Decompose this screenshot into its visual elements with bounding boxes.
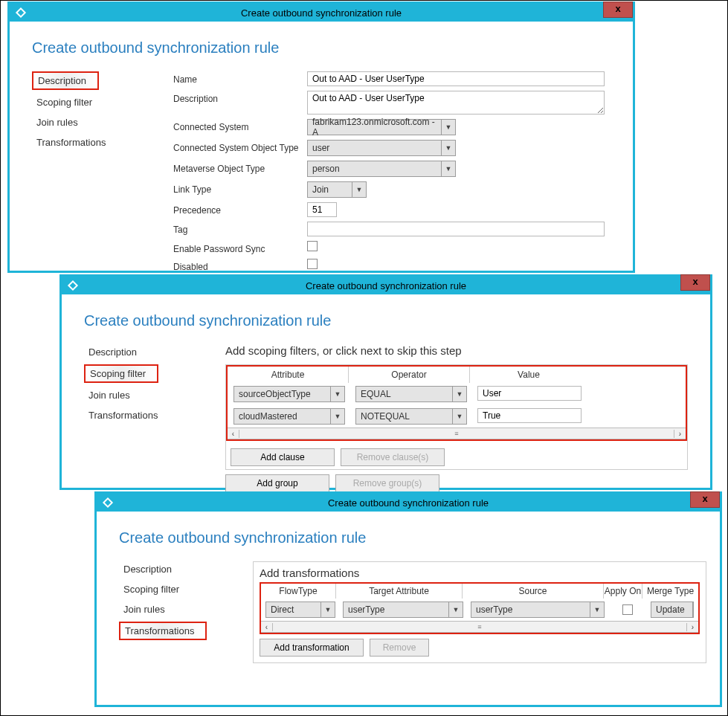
sidebar-item-label: Join rules [36, 117, 78, 128]
scroll-right-icon[interactable]: › [686, 623, 698, 631]
input-value[interactable] [477, 386, 582, 401]
dropdown-flowtype[interactable]: Direct▼ [265, 601, 335, 618]
dropdown-target-attr[interactable]: userType▼ [343, 601, 463, 618]
dropdown-text: userType [344, 602, 449, 617]
label-cs-obj-type: Connected System Object Type [173, 140, 307, 153]
sidebar-item-join[interactable]: Join rules [119, 601, 231, 617]
col-source: Source [462, 584, 603, 599]
sidebar: Description Scoping filter Join rules Tr… [119, 561, 231, 663]
filter-row: sourceObjectType▼ EQUAL▼ [228, 383, 686, 405]
horizontal-scrollbar[interactable]: ‹ ≡ › [261, 621, 698, 633]
dropdown-text: NOTEQUAL [356, 409, 453, 424]
add-transformation-button[interactable]: Add transformation [260, 639, 364, 657]
sidebar-item-transformations[interactable]: Transformations [84, 407, 196, 423]
dropdown-operator[interactable]: NOTEQUAL▼ [355, 408, 467, 425]
sidebar-item-transformations[interactable]: Transformations [119, 622, 207, 640]
checkbox-apply-once[interactable] [622, 604, 633, 615]
sidebar-item-label: Join rules [88, 390, 130, 401]
sidebar: Description Scoping filter Join rules Tr… [84, 344, 196, 492]
description-form: Name Description Connected System fabrik… [173, 71, 611, 277]
scroll-left-icon[interactable]: ‹ [228, 430, 239, 438]
titlebar[interactable]: Create outbound synchronization rule x [62, 277, 710, 294]
window-description: Create outbound synchronization rule x C… [7, 1, 635, 273]
window-transformations: Create outbound synchronization rule x C… [94, 491, 722, 707]
remove-clause-button[interactable]: Remove clause(s) [341, 448, 445, 466]
window-title: Create outbound synchronization rule [97, 497, 720, 509]
dropdown-source[interactable]: userType▼ [471, 601, 605, 618]
filter-row: cloudMastered▼ NOTEQUAL▼ [228, 405, 686, 428]
dropdown-attribute[interactable]: sourceObjectType▼ [233, 386, 345, 402]
page-title: Create outbound synchronization rule [84, 312, 688, 329]
input-precedence[interactable] [307, 202, 337, 217]
sidebar-item-join[interactable]: Join rules [32, 115, 144, 130]
dropdown-text: userType [471, 602, 590, 617]
dropdown-attribute[interactable]: cloudMastered▼ [233, 408, 345, 425]
scroll-left-icon[interactable]: ‹ [261, 623, 273, 631]
scroll-track[interactable]: ≡ [239, 430, 674, 437]
sidebar-item-scoping[interactable]: Scoping filter [84, 364, 158, 383]
dropdown-cs-obj-type[interactable]: user ▼ [307, 140, 456, 156]
titlebar[interactable]: Create outbound synchronization rule x [97, 494, 720, 512]
sidebar-item-label: Transformations [88, 410, 158, 421]
col-operator: Operator [349, 367, 470, 383]
page-title: Create outbound synchronization rule [119, 529, 698, 546]
label-tag: Tag [173, 222, 307, 235]
chevron-down-icon: ▼ [453, 390, 466, 398]
sidebar-item-description[interactable]: Description [32, 71, 99, 90]
dropdown-text: sourceObjectType [234, 387, 331, 401]
remove-group-button[interactable]: Remove group(s) [335, 474, 439, 492]
col-apply-once: Apply On [603, 584, 642, 599]
sidebar: Description Scoping filter Join rules Tr… [32, 71, 144, 277]
sidebar-item-scoping[interactable]: Scoping filter [119, 581, 231, 597]
col-merge-type: Merge Type [642, 584, 698, 599]
sidebar-item-label: Description [123, 564, 172, 575]
dropdown-merge-type[interactable]: Update [651, 601, 694, 618]
horizontal-scrollbar[interactable]: ‹ ≡ › [228, 428, 686, 439]
remove-transformation-button[interactable]: Remove [370, 639, 429, 657]
sidebar-item-label: Scoping filter [123, 584, 179, 595]
checkbox-disabled[interactable] [307, 259, 318, 269]
label-link-type: Link Type [173, 181, 307, 195]
sidebar-item-label: Scoping filter [90, 368, 146, 379]
window-title: Create outbound synchronization rule [10, 7, 633, 19]
add-group-button[interactable]: Add group [225, 474, 329, 492]
input-description[interactable] [307, 91, 605, 115]
label-disabled: Disabled [173, 259, 307, 272]
dropdown-text: Direct [266, 602, 321, 617]
close-button[interactable]: x [690, 491, 720, 508]
dropdown-mv-obj-type[interactable]: person ▼ [307, 161, 456, 177]
input-name[interactable] [307, 71, 605, 86]
label-mv-obj-type: Metaverse Object Type [173, 161, 307, 174]
col-attribute: Attribute [228, 367, 349, 383]
titlebar[interactable]: Create outbound synchronization rule x [10, 4, 633, 22]
col-value: Value [470, 367, 587, 383]
chevron-down-icon: ▼ [331, 413, 344, 420]
sidebar-item-description[interactable]: Description [84, 344, 196, 360]
sidebar-item-join[interactable]: Join rules [84, 387, 196, 403]
chevron-down-icon: ▼ [453, 413, 466, 420]
dropdown-link-type[interactable]: Join ▼ [307, 181, 367, 198]
dropdown-text: user [308, 141, 442, 155]
close-button[interactable]: x [680, 274, 710, 291]
col-target-attr: Target Attribute [335, 584, 462, 599]
sidebar-item-scoping[interactable]: Scoping filter [32, 94, 144, 110]
sidebar-item-label: Transformations [125, 625, 194, 636]
scroll-right-icon[interactable]: › [674, 430, 686, 438]
add-clause-button[interactable]: Add clause [231, 448, 335, 466]
chevron-down-icon: ▼ [331, 390, 344, 398]
chevron-down-icon: ▼ [442, 123, 455, 131]
chevron-down-icon: ▼ [442, 144, 455, 152]
scroll-track[interactable]: ≡ [273, 623, 686, 630]
dropdown-operator[interactable]: EQUAL▼ [355, 386, 467, 402]
dropdown-connected-system[interactable]: fabrikam123.onmicrosoft.com - A ▼ [307, 119, 456, 135]
chevron-down-icon: ▼ [449, 606, 463, 613]
close-button[interactable]: x [603, 1, 633, 18]
scoping-heading: Add scoping filters, or click next to sk… [225, 344, 688, 357]
checkbox-pwd-sync[interactable] [307, 241, 318, 251]
sidebar-item-description[interactable]: Description [119, 561, 231, 577]
sidebar-item-transformations[interactable]: Transformations [32, 135, 144, 150]
input-tag[interactable] [307, 222, 605, 236]
input-value[interactable] [477, 408, 582, 423]
label-precedence: Precedence [173, 202, 307, 216]
dropdown-text: person [308, 161, 442, 176]
